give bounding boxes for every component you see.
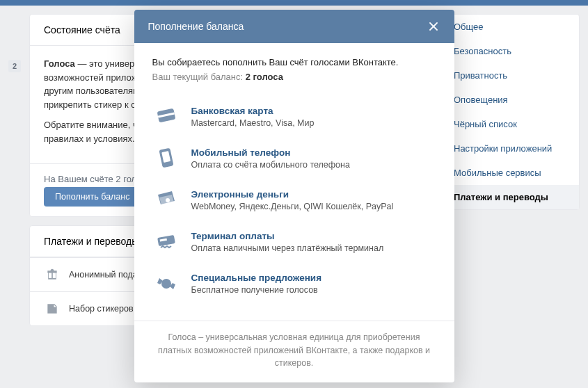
topup-modal: Пополнение баланса Вы собираетесь пополн… <box>134 10 454 382</box>
topup-button[interactable]: Пополнить баланс <box>44 187 141 207</box>
method-desc: Оплата наличными через платёжный термина… <box>191 243 384 253</box>
sidebar-item-general[interactable]: Общее <box>441 15 579 39</box>
modal-header: Пополнение баланса <box>134 10 454 43</box>
sidebar-item-app-settings[interactable]: Настройки приложений <box>441 136 579 161</box>
wallet-icon <box>152 186 180 214</box>
method-title: Электронные деньги <box>191 189 394 200</box>
method-emoney[interactable]: Электронные деньги WebMoney, Яндекс.День… <box>144 179 445 221</box>
modal-intro-text: Вы собираетесь пополнить Ваш счёт голоса… <box>152 57 436 67</box>
terminal-icon <box>152 228 180 256</box>
svg-point-9 <box>161 279 171 289</box>
candy-icon <box>152 270 180 298</box>
sidebar-item-payments[interactable]: Платежи и переводы <box>441 185 579 209</box>
phone-icon <box>152 145 180 172</box>
modal-footer-text: Голоса – универсальная условная единица … <box>134 321 454 382</box>
modal-title: Пополнение баланса <box>148 21 244 32</box>
gift-icon <box>44 266 61 283</box>
svg-point-6 <box>166 198 170 202</box>
sidebar-item-privacy[interactable]: Приватность <box>441 63 579 88</box>
left-count-badge: 2 <box>8 60 21 72</box>
method-title: Банковская карта <box>191 106 315 116</box>
method-title: Специальные предложения <box>191 273 322 283</box>
method-mobile[interactable]: Мобильный телефон Оплата со счёта мобиль… <box>144 138 445 179</box>
method-card[interactable]: Банковская карта Mastercard, Maestro, Vi… <box>144 96 445 138</box>
method-title: Терминал оплаты <box>191 231 384 241</box>
close-icon[interactable] <box>427 19 440 33</box>
method-desc: WebMoney, Яндекс.Деньги, QIWI Кошелёк, P… <box>191 202 394 211</box>
method-desc: Оплата со счёта мобильного телефона <box>191 160 350 170</box>
sidebar-item-mobile[interactable]: Мобильные сервисы <box>441 161 579 185</box>
settings-sidebar: Общее Безопасность Приватность Оповещени… <box>440 14 580 210</box>
method-desc: Mastercard, Maestro, Visa, Мир <box>191 118 315 128</box>
modal-balance-line: Ваш текущий баланс: 2 голоса <box>152 72 436 82</box>
sticker-icon <box>44 300 61 317</box>
sidebar-item-notifications[interactable]: Оповещения <box>441 88 579 112</box>
sidebar-item-security[interactable]: Безопасность <box>441 39 579 63</box>
sidebar-item-blacklist[interactable]: Чёрный список <box>441 112 579 136</box>
method-title: Мобильный телефон <box>191 147 350 158</box>
method-terminal[interactable]: Терминал оплаты Оплата наличными через п… <box>144 221 445 263</box>
method-special[interactable]: Специальные предложения Бесплатное получ… <box>144 263 445 305</box>
top-bar <box>0 0 588 6</box>
card-icon <box>152 103 180 131</box>
method-desc: Бесплатное получение голосов <box>191 285 322 295</box>
